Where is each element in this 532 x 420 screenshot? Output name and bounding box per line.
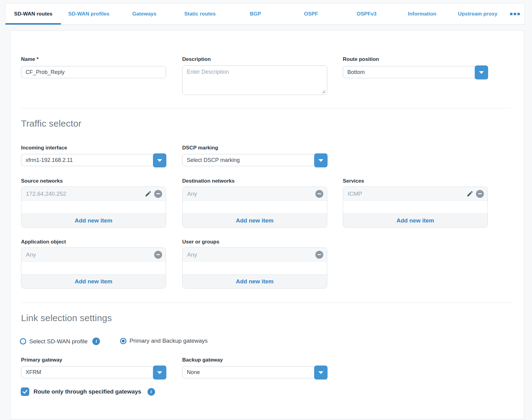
edit-icon[interactable]: [466, 190, 473, 198]
tab-label: Gateways: [132, 11, 156, 17]
remove-icon[interactable]: [154, 190, 162, 198]
tab-label: Static routes: [184, 11, 216, 17]
tab-gateways[interactable]: Gateways: [117, 4, 172, 24]
services-label: Services: [343, 178, 364, 184]
list-item-text: 172.64.240.252: [26, 191, 144, 197]
tab-bar: SD-WAN routes SD-WAN profiles Gateways S…: [5, 3, 525, 25]
minus-bar: [478, 193, 482, 194]
route-position-label: Route position: [343, 56, 379, 62]
active-tab-underline: [5, 23, 61, 25]
tab-upstream-proxy[interactable]: Upstream proxy: [450, 4, 505, 24]
source-networks-listbox: 172.64.240.252 Add new item: [21, 187, 166, 228]
tab-label: SD-WAN routes: [14, 11, 52, 17]
tab-static-routes[interactable]: Static routes: [172, 4, 228, 24]
tab-ospfv3[interactable]: OSPFv3: [339, 4, 394, 24]
services-listbox: ICMP Add new item: [343, 187, 488, 228]
tab-sdwan-routes[interactable]: SD-WAN routes: [5, 4, 61, 24]
tab-label: OSPF: [304, 11, 318, 17]
radio-primary-backup-gateways[interactable]: Primary and Backup gateways: [120, 338, 208, 344]
dscp-marking-label: DSCP marking: [182, 145, 218, 151]
ellipsis-icon: [517, 13, 520, 15]
list-item-text: ICMP: [348, 191, 466, 197]
checkmark-icon: [22, 389, 28, 395]
minus-bar: [156, 193, 160, 194]
list-item: 172.64.240.252: [21, 187, 166, 201]
info-icon[interactable]: i: [147, 388, 155, 396]
remove-icon[interactable]: [315, 190, 323, 198]
name-input[interactable]: [21, 66, 166, 78]
page: SD-WAN routes SD-WAN profiles Gateways S…: [0, 0, 532, 420]
incoming-interface-select[interactable]: xfrm1-192.168.2.11: [21, 154, 166, 166]
chevron-down-icon: [318, 371, 323, 374]
radio-icon: [120, 338, 126, 344]
application-object-label: Application object: [21, 239, 66, 245]
primary-gateway-label: Primary gateway: [21, 357, 62, 363]
list-item: Any: [183, 187, 327, 201]
tab-label: BGP: [250, 11, 261, 17]
add-new-item-button[interactable]: Add new item: [183, 274, 327, 288]
description-label: Description: [182, 56, 211, 62]
tab-sdwan-profiles[interactable]: SD-WAN profiles: [61, 4, 116, 24]
divider: [21, 108, 511, 108]
destination-networks-label: Destination networks: [182, 178, 235, 184]
user-or-groups-listbox: Any Add new item: [182, 247, 327, 289]
radio-icon: [20, 338, 26, 345]
checkbox-label: Route only through specified gateways: [34, 388, 141, 395]
application-object-listbox: Any Add new item: [21, 247, 166, 289]
select-value: Bottom: [343, 66, 488, 78]
remove-icon[interactable]: [476, 190, 484, 198]
edit-icon[interactable]: [144, 190, 152, 198]
minus-bar: [317, 254, 321, 255]
minus-bar: [156, 254, 160, 255]
tab-more-menu[interactable]: [505, 4, 524, 24]
chevron-down-icon: [318, 159, 323, 162]
divider: [21, 303, 511, 303]
ellipsis-icon: [510, 13, 512, 15]
link-selection-heading: Link selection settings: [21, 313, 112, 323]
chevron-down-icon: [157, 371, 162, 374]
dropdown-button[interactable]: [314, 366, 328, 380]
dropdown-button[interactable]: [153, 153, 166, 167]
select-value: Select DSCP marking: [183, 154, 327, 166]
destination-networks-listbox: Any Add new item: [182, 187, 327, 228]
ellipsis-icon: [514, 13, 516, 15]
dropdown-button[interactable]: [153, 366, 166, 380]
backup-gateway-label: Backup gateway: [182, 357, 223, 363]
route-position-select[interactable]: Bottom: [343, 66, 488, 78]
tab-ospf[interactable]: OSPF: [283, 4, 339, 24]
backup-gateway-select[interactable]: None: [182, 366, 327, 378]
list-item-text: Any: [187, 191, 315, 197]
dropdown-button[interactable]: [314, 153, 328, 167]
source-networks-label: Source networks: [21, 178, 63, 184]
description-textarea[interactable]: [182, 65, 327, 95]
add-new-item-button[interactable]: Add new item: [21, 213, 166, 227]
incoming-interface-label: Incoming interface: [21, 145, 67, 151]
tab-bgp[interactable]: BGP: [228, 4, 283, 24]
tab-information[interactable]: Information: [394, 4, 450, 24]
remove-icon[interactable]: [154, 251, 162, 259]
radio-label: Select SD-WAN profile: [29, 338, 87, 345]
user-or-groups-label: User or groups: [182, 239, 219, 245]
primary-gateway-select[interactable]: XFRM: [21, 366, 166, 378]
list-item: Any: [21, 248, 166, 262]
add-new-item-button[interactable]: Add new item: [343, 213, 488, 227]
route-only-checkbox-row[interactable]: Route only through specified gateways i: [21, 387, 155, 396]
add-new-item-button[interactable]: Add new item: [21, 274, 166, 288]
remove-icon[interactable]: [315, 251, 323, 259]
tab-label: Upstream proxy: [458, 11, 497, 17]
radio-select-sdwan-profile[interactable]: Select SD-WAN profile i: [20, 338, 100, 345]
traffic-selector-heading: Traffic selector: [21, 118, 81, 129]
tab-label: Information: [408, 11, 437, 17]
select-value: XFRM: [21, 366, 166, 378]
minus-bar: [317, 193, 321, 194]
name-label: Name *: [21, 56, 39, 62]
info-icon[interactable]: i: [92, 338, 100, 345]
dropdown-button[interactable]: [475, 65, 488, 79]
radio-dot: [122, 340, 125, 342]
add-new-item-button[interactable]: Add new item: [183, 213, 327, 227]
dscp-marking-select[interactable]: Select DSCP marking: [182, 154, 327, 166]
form-panel: Name * Description Route position Bottom…: [10, 30, 524, 419]
list-item-text: Any: [187, 251, 315, 258]
checkbox-checked-icon[interactable]: [21, 387, 29, 396]
list-item-text: Any: [26, 251, 154, 258]
